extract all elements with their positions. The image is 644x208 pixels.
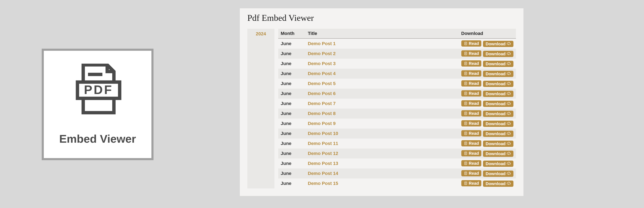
read-label: Read <box>469 161 479 165</box>
table-row: JuneDemo Post 7ReadDownload <box>278 99 516 108</box>
content-row: 2024 Month Title Download JuneDemo Post … <box>247 29 516 189</box>
cloud-download-icon <box>507 142 511 146</box>
post-title-link[interactable]: Demo Post 4 <box>308 71 336 76</box>
document-icon <box>464 131 468 135</box>
title-cell: Demo Post 5 <box>305 79 459 89</box>
read-button[interactable]: Read <box>461 90 482 97</box>
read-button[interactable]: Read <box>461 180 482 186</box>
post-title-link[interactable]: Demo Post 7 <box>308 101 336 106</box>
download-button[interactable]: Download <box>483 121 514 127</box>
cloud-download-icon <box>507 172 511 176</box>
download-button[interactable]: Download <box>483 71 514 77</box>
post-title-link[interactable]: Demo Post 10 <box>308 131 338 136</box>
download-button[interactable]: Download <box>483 151 514 157</box>
read-button[interactable]: Read <box>461 70 482 77</box>
action-cell: ReadDownload <box>459 128 516 138</box>
col-download: Download <box>459 29 516 38</box>
action-cell: ReadDownload <box>459 148 516 159</box>
year-tab[interactable]: 2024 <box>247 31 274 37</box>
table-row: JuneDemo Post 13ReadDownload <box>278 159 516 169</box>
download-button[interactable]: Download <box>483 81 514 87</box>
month-cell: June <box>278 118 305 128</box>
download-button[interactable]: Download <box>483 101 514 107</box>
read-button[interactable]: Read <box>461 160 482 166</box>
action-cell: ReadDownload <box>459 59 516 69</box>
read-button[interactable]: Read <box>461 60 482 67</box>
action-cell: ReadDownload <box>459 138 516 148</box>
read-label: Read <box>469 91 479 96</box>
post-title-link[interactable]: Demo Post 14 <box>308 171 338 176</box>
download-button[interactable]: Download <box>483 181 514 187</box>
action-cell: ReadDownload <box>459 179 516 189</box>
read-label: Read <box>469 71 479 76</box>
document-icon <box>464 42 468 45</box>
month-cell: June <box>278 128 305 138</box>
post-title-link[interactable]: Demo Post 15 <box>308 181 338 186</box>
download-label: Download <box>486 172 506 176</box>
title-cell: Demo Post 6 <box>305 89 459 99</box>
post-title-link[interactable]: Demo Post 12 <box>308 151 338 156</box>
post-title-link[interactable]: Demo Post 11 <box>308 141 338 146</box>
title-cell: Demo Post 1 <box>305 38 459 49</box>
read-button[interactable]: Read <box>461 130 482 136</box>
posts-table-wrapper: Month Title Download JuneDemo Post 1Read… <box>278 29 516 189</box>
download-button[interactable]: Download <box>483 161 514 167</box>
action-cell: ReadDownload <box>459 169 516 179</box>
table-row: JuneDemo Post 6ReadDownload <box>278 89 516 99</box>
col-month: Month <box>278 29 305 38</box>
read-label: Read <box>469 61 479 66</box>
post-title-link[interactable]: Demo Post 2 <box>308 51 336 56</box>
title-cell: Demo Post 13 <box>305 159 459 169</box>
action-cell: ReadDownload <box>459 79 516 89</box>
download-button[interactable]: Download <box>483 171 514 177</box>
table-row: JuneDemo Post 11ReadDownload <box>278 138 516 148</box>
document-icon <box>464 72 468 75</box>
post-title-link[interactable]: Demo Post 3 <box>308 61 336 66</box>
cloud-download-icon <box>507 42 511 46</box>
download-label: Download <box>486 72 506 76</box>
post-title-link[interactable]: Demo Post 8 <box>308 111 336 116</box>
read-button[interactable]: Read <box>461 170 482 176</box>
read-button[interactable]: Read <box>461 120 482 126</box>
read-button[interactable]: Read <box>461 40 482 47</box>
document-icon <box>464 62 468 65</box>
download-button[interactable]: Download <box>483 41 514 47</box>
document-icon <box>464 52 468 55</box>
read-label: Read <box>469 141 479 145</box>
download-label: Download <box>486 142 506 146</box>
read-button[interactable]: Read <box>461 110 482 116</box>
month-cell: June <box>278 38 305 49</box>
table-row: JuneDemo Post 10ReadDownload <box>278 128 516 138</box>
title-cell: Demo Post 2 <box>305 49 459 59</box>
page-title: Pdf Embed Viewer <box>247 13 516 23</box>
title-cell: Demo Post 15 <box>305 179 459 189</box>
pdf-file-icon: PDF <box>74 64 122 118</box>
post-title-link[interactable]: Demo Post 9 <box>308 121 336 126</box>
download-button[interactable]: Download <box>483 91 514 97</box>
download-label: Download <box>486 182 506 186</box>
download-button[interactable]: Download <box>483 61 514 67</box>
document-icon <box>464 121 468 125</box>
download-button[interactable]: Download <box>483 131 514 137</box>
cloud-download-icon <box>507 72 511 76</box>
download-button[interactable]: Download <box>483 141 514 147</box>
read-button[interactable]: Read <box>461 80 482 87</box>
table-row: JuneDemo Post 9ReadDownload <box>278 118 516 128</box>
post-title-link[interactable]: Demo Post 1 <box>308 41 336 46</box>
post-title-link[interactable]: Demo Post 6 <box>308 91 336 96</box>
month-cell: June <box>278 108 305 118</box>
read-button[interactable]: Read <box>461 50 482 57</box>
post-title-link[interactable]: Demo Post 5 <box>308 81 336 86</box>
card-caption: Embed Viewer <box>59 132 136 145</box>
table-row: JuneDemo Post 8ReadDownload <box>278 108 516 118</box>
title-cell: Demo Post 12 <box>305 148 459 159</box>
read-button[interactable]: Read <box>461 140 482 146</box>
post-title-link[interactable]: Demo Post 13 <box>308 161 338 166</box>
cloud-download-icon <box>507 92 511 96</box>
read-button[interactable]: Read <box>461 100 482 106</box>
document-icon <box>464 141 468 145</box>
read-button[interactable]: Read <box>461 150 482 156</box>
download-button[interactable]: Download <box>483 51 514 57</box>
download-label: Download <box>486 62 506 66</box>
download-button[interactable]: Download <box>483 111 514 117</box>
